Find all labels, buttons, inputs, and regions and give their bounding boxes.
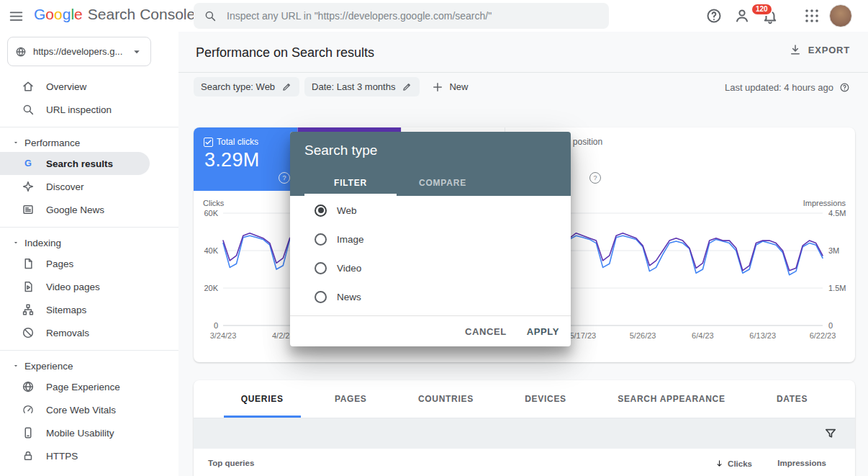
svg-text:5/17/23: 5/17/23 [569,331,596,340]
metric-card-value: 3.29M [204,149,260,171]
sidebar-item-label: Overview [46,81,86,92]
svg-text:40K: 40K [204,246,218,255]
sidebar-nav: OverviewURL inspectionPerformanceGSearch… [0,75,178,467]
impressions-column-header[interactable]: Impressions [777,459,826,467]
new-filter-button[interactable]: New [431,81,468,94]
svg-text:0: 0 [828,321,833,330]
table-header-row: Top queries Clicks Impressions [194,449,855,476]
check-icon [204,138,212,146]
tab-pages[interactable]: PAGES [325,380,377,418]
sidebar-section-performance[interactable]: Performance [0,133,178,152]
pencil-icon[interactable] [281,81,292,92]
search-console-app: GoogleSearch Console 120 https://develop… [0,0,868,476]
radio-icon [315,291,327,303]
user-settings-icon[interactable] [733,7,751,24]
caret-down-icon [12,239,19,246]
radio-option-video[interactable]: Video [290,253,571,282]
discover-icon [22,180,35,193]
filter-chip-label: Search type: Web [201,81,275,92]
search-icon [204,9,217,22]
product-name: Search Console [88,6,195,22]
sidebar-item-label: Discover [46,181,84,192]
sidebar-item-google-news[interactable]: Google News [0,198,178,221]
last-updated-text: Last updated: 4 hours ago [725,82,833,93]
sidebar-item-page-experience[interactable]: Page Experience [0,375,178,398]
sidebar-item-https[interactable]: HTTPS [0,444,178,467]
sidebar-item-label: Removals [46,328,89,338]
radio-icon [315,262,327,274]
tab-countries[interactable]: COUNTRIES [408,380,484,418]
sidebar-item-mobile-usability[interactable]: Mobile Usability [0,421,178,444]
google-apps-grid-icon[interactable] [803,7,820,24]
svg-text:3M: 3M [828,246,839,255]
svg-text:Clicks: Clicks [203,199,225,207]
menu-icon[interactable] [9,9,24,24]
section-header-label: Experience [24,361,73,372]
sidebar-section-experience[interactable]: Experience [0,356,178,375]
sidebar-divider [0,227,178,228]
export-button[interactable]: EXPORT [789,43,850,56]
radio-option-label: Image [337,234,364,245]
sidebar-item-video-pages[interactable]: Video pages [0,275,178,298]
help-icon[interactable] [705,7,723,24]
tab-search-appearance[interactable]: SEARCH APPEARANCE [607,380,735,418]
sidebar-item-search-results[interactable]: GSearch results [0,152,150,175]
radio-option-label: Video [337,263,361,274]
lock-icon [22,449,35,462]
avatar[interactable] [829,4,852,27]
notifications-bell-icon[interactable]: 120 [761,7,779,24]
last-updated-help-icon[interactable] [839,82,850,93]
radio-option-image[interactable]: Image [290,225,571,253]
cancel-button[interactable]: CANCEL [465,326,507,337]
page-title: Performance on Search results [196,45,374,60]
metric-card-total-clicks[interactable]: Total clicks 3.29M ? [194,127,297,191]
apply-button[interactable]: APPLY [527,326,559,337]
tab-devices[interactable]: DEVICES [515,380,577,418]
svg-text:Impressions: Impressions [803,199,846,207]
caret-down-icon [12,362,19,369]
checkbox-checked-icon[interactable] [204,138,213,147]
svg-text:3/24/23: 3/24/23 [210,331,237,340]
sidebar-item-label: Video pages [46,282,100,292]
url-inspection-searchbox[interactable] [194,3,609,29]
dialog-footer: CANCEL APPLY [290,315,571,346]
sidebar-item-sitemaps[interactable]: Sitemaps [0,298,178,321]
svg-text:20K: 20K [204,284,218,292]
search-icon [22,103,35,116]
svg-text:6/22/23: 6/22/23 [810,331,836,340]
radio-option-web[interactable]: Web [290,196,571,225]
sidebar-item-label: Pages [46,259,73,269]
sidebar-item-discover[interactable]: Discover [0,175,178,198]
sidebar-item-url-inspection[interactable]: URL inspection [0,98,178,121]
sidebar-item-core-web-vitals[interactable]: Core Web Vitals [0,398,178,421]
vitals-icon [22,403,35,416]
dialog-tab-compare[interactable]: COMPARE [397,170,489,196]
url-inspection-input[interactable] [225,9,599,22]
dialog-tab-filter[interactable]: FILTER [304,170,397,196]
pencil-icon[interactable] [402,81,412,92]
clicks-column-header[interactable]: Clicks [715,459,752,468]
property-selector[interactable]: https://developers.g... [7,37,151,66]
sidebar-item-overview[interactable]: Overview [0,75,178,98]
sidebar-item-pages[interactable]: Pages [0,252,178,275]
filter-chip-search-type-web[interactable]: Search type: Web [194,77,299,96]
sidebar-item-label: Core Web Vitals [46,405,116,416]
sidebar-section-indexing[interactable]: Indexing [0,233,178,252]
sidebar-divider [0,350,178,351]
metric-help-icon[interactable]: ? [279,172,290,184]
dialog-header: Search type FILTERCOMPARE [290,132,571,196]
tab-queries[interactable]: QUERIES [231,380,294,418]
google-search-console-logo[interactable]: GoogleSearch Console [34,6,195,23]
svg-text:1.5M: 1.5M [828,284,846,292]
radio-option-label: News [337,292,361,302]
tab-dates[interactable]: DATES [767,380,818,418]
table-filter-icon[interactable] [823,426,838,441]
mobile-icon [22,426,35,439]
radio-icon [315,205,327,217]
filter-chip-date-last-3-months[interactable]: Date: Last 3 months [304,77,420,96]
property-label: https://developers.g... [33,46,130,57]
sidebar-item-removals[interactable]: Removals [0,321,178,344]
radio-option-news[interactable]: News [290,282,571,311]
caret-down-icon [12,139,19,146]
metric-help-icon[interactable]: ? [589,172,601,184]
